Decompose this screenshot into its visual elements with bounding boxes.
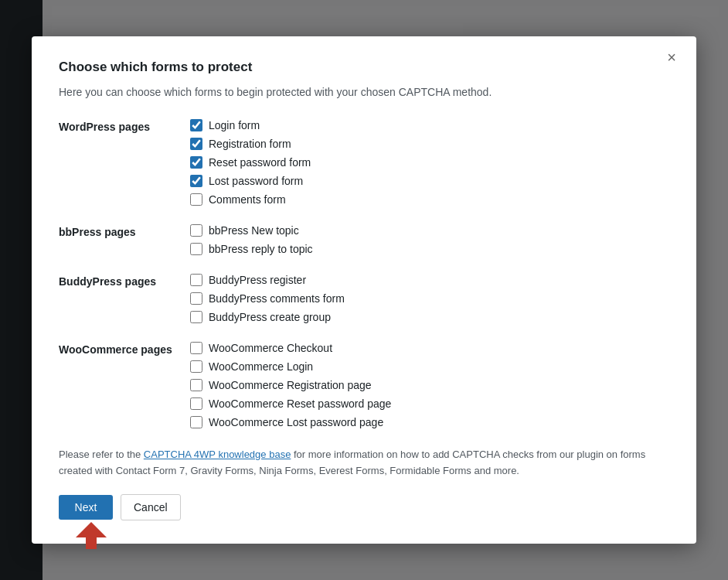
woo-lost-password-checkbox[interactable] (190, 416, 202, 428)
checkbox-woo-reset-password[interactable]: WooCommerce Reset password page (190, 397, 391, 410)
woocommerce-checkboxes: WooCommerce Checkout WooCommerce Login W… (190, 342, 391, 428)
bbpress-reply-checkbox[interactable] (190, 243, 202, 255)
next-button[interactable]: Next (59, 495, 113, 520)
comments-form-checkbox[interactable] (190, 193, 202, 206)
wordpress-section: WordPress pages Login form Registration … (59, 119, 669, 206)
checkbox-bbpress-new-topic[interactable]: bbPress New topic (190, 224, 313, 237)
woocommerce-section-label: WooCommerce pages (59, 342, 190, 356)
cancel-button[interactable]: Cancel (121, 494, 181, 520)
bbpress-section-label: bbPress pages (59, 224, 190, 238)
lost-password-form-checkbox[interactable] (190, 175, 202, 187)
buddypress-comments-checkbox[interactable] (190, 292, 202, 305)
modal-backdrop: × Choose which forms to protect Here you… (0, 0, 728, 580)
registration-form-checkbox[interactable] (190, 138, 202, 150)
checkbox-bbpress-reply[interactable]: bbPress reply to topic (190, 243, 313, 255)
modal-close-button[interactable]: × (662, 48, 681, 67)
checkbox-buddypress-register[interactable]: BuddyPress register (190, 274, 345, 286)
checkbox-woo-checkout[interactable]: WooCommerce Checkout (190, 342, 391, 354)
checkbox-reset-password-form[interactable]: Reset password form (190, 156, 311, 169)
footer-text: Please refer to the CAPTCHA 4WP knowledg… (59, 447, 669, 479)
woo-checkout-checkbox[interactable] (190, 342, 202, 354)
buddypress-section-label: BuddyPress pages (59, 274, 190, 288)
modal-description: Here you can choose which forms to begin… (59, 84, 669, 101)
button-row: Next Cancel (59, 494, 669, 520)
login-form-checkbox[interactable] (190, 119, 202, 131)
checkbox-buddypress-comments[interactable]: BuddyPress comments form (190, 292, 345, 305)
checkbox-woo-lost-password[interactable]: WooCommerce Lost password page (190, 416, 391, 428)
woo-reset-password-checkbox[interactable] (190, 397, 202, 410)
wordpress-section-label: WordPress pages (59, 119, 190, 133)
modal-dialog: × Choose which forms to protect Here you… (32, 36, 696, 544)
buddypress-create-group-checkbox[interactable] (190, 311, 202, 323)
buddypress-section: BuddyPress pages BuddyPress register Bud… (59, 274, 669, 323)
modal-title: Choose which forms to protect (59, 60, 669, 75)
checkbox-lost-password-form[interactable]: Lost password form (190, 175, 311, 187)
bbpress-checkboxes: bbPress New topic bbPress reply to topic (190, 224, 313, 255)
bbpress-new-topic-checkbox[interactable] (190, 224, 202, 237)
bbpress-section: bbPress pages bbPress New topic bbPress … (59, 224, 669, 255)
reset-password-form-checkbox[interactable] (190, 156, 202, 169)
wordpress-checkboxes: Login form Registration form Reset passw… (190, 119, 311, 206)
checkbox-buddypress-create-group[interactable]: BuddyPress create group (190, 311, 345, 323)
buddypress-checkboxes: BuddyPress register BuddyPress comments … (190, 274, 345, 323)
woo-login-checkbox[interactable] (190, 360, 202, 373)
woo-registration-checkbox[interactable] (190, 379, 202, 391)
checkbox-comments-form[interactable]: Comments form (190, 193, 311, 206)
checkbox-registration-form[interactable]: Registration form (190, 138, 311, 150)
svg-marker-0 (76, 522, 107, 549)
woocommerce-section: WooCommerce pages WooCommerce Checkout W… (59, 342, 669, 428)
checkbox-woo-login[interactable]: WooCommerce Login (190, 360, 391, 373)
knowledge-base-link[interactable]: CAPTCHA 4WP knowledge base (144, 449, 291, 460)
checkbox-woo-registration[interactable]: WooCommerce Registration page (190, 379, 391, 391)
checkbox-login-form[interactable]: Login form (190, 119, 311, 131)
buddypress-register-checkbox[interactable] (190, 274, 202, 286)
